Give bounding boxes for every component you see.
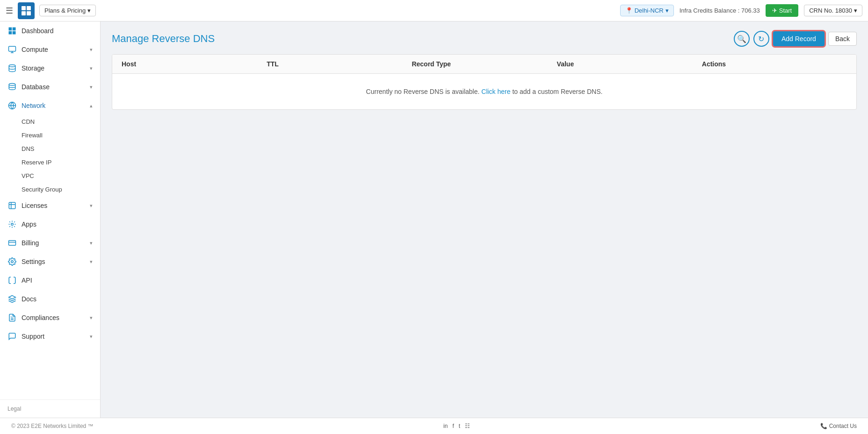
sidebar-item-licenses[interactable]: Licenses ▾ [0, 196, 100, 215]
sidebar-item-security-group[interactable]: Security Group [22, 183, 100, 196]
col-actions: Actions [702, 60, 847, 68]
search-button[interactable]: 🔍 [734, 31, 750, 47]
sidebar-item-compliances[interactable]: Compliances ▾ [0, 308, 100, 327]
add-record-button[interactable]: Add Record [773, 31, 825, 46]
licenses-label: Licenses [22, 202, 85, 209]
dashboard-label: Dashboard [22, 27, 93, 35]
database-chevron-icon: ▾ [90, 84, 93, 90]
svg-point-10 [9, 84, 15, 86]
apps-label: Apps [22, 221, 93, 228]
location-button[interactable]: 📍 Delhi-NCR ▾ [620, 5, 674, 16]
billing-chevron-icon: ▾ [90, 240, 93, 246]
sidebar-footer: Legal [0, 399, 100, 418]
content-area: Manage Reverse DNS 🔍 ↻ Add Record Back H… [101, 21, 868, 418]
main-container: Dashboard Compute ▾ Storage ▾ Database ▾ [0, 21, 868, 418]
sidebar-item-network[interactable]: Network ▴ [0, 96, 100, 115]
billing-icon [7, 238, 17, 248]
api-icon [7, 276, 17, 285]
refresh-button[interactable]: ↻ [753, 31, 769, 47]
storage-icon [7, 64, 17, 73]
sidebar-item-settings[interactable]: Settings ▾ [0, 252, 100, 271]
svg-rect-2 [22, 11, 26, 15]
sidebar-item-apps[interactable]: Apps [0, 215, 100, 234]
facebook-icon[interactable]: f [452, 423, 454, 429]
network-submenu: CDN Firewall DNS Reserve IP VPC Security… [0, 115, 100, 196]
empty-text: Currently no Reverse DNS is available. [366, 88, 480, 95]
hamburger-icon[interactable]: ☰ [6, 6, 13, 16]
sidebar-item-dns[interactable]: DNS [22, 142, 100, 156]
svg-rect-14 [9, 241, 16, 246]
sidebar-item-compute[interactable]: Compute ▾ [0, 40, 100, 59]
support-icon [7, 332, 17, 341]
svg-rect-0 [22, 6, 26, 10]
footer: © 2023 E2E Networks Limited ™ in f t ☷ 📞… [0, 418, 868, 434]
sidebar-item-api[interactable]: API [0, 271, 100, 290]
col-value: Value [557, 60, 702, 68]
dashboard-icon [7, 26, 17, 36]
billing-label: Billing [22, 239, 85, 247]
compute-icon [7, 45, 17, 54]
svg-rect-12 [9, 202, 15, 209]
compliances-icon [7, 313, 17, 322]
infra-credits-label: Infra Credits Balance : 706.33 [680, 7, 760, 14]
sidebar-item-docs[interactable]: Docs [0, 290, 100, 308]
col-record-type: Record Type [412, 60, 557, 68]
svg-point-13 [11, 223, 14, 226]
svg-rect-3 [27, 11, 31, 15]
sidebar-item-cdn[interactable]: CDN [22, 115, 100, 128]
compute-chevron-icon: ▾ [90, 47, 93, 53]
crn-button[interactable]: CRN No. 18030 ▾ [804, 5, 862, 16]
database-label: Database [22, 83, 85, 91]
col-ttl: TTL [267, 60, 412, 68]
sidebar-item-support[interactable]: Support ▾ [0, 327, 100, 346]
support-label: Support [22, 333, 85, 340]
footer-copyright: © 2023 E2E Networks Limited ™ [11, 423, 94, 429]
sidebar-item-database[interactable]: Database ▾ [0, 78, 100, 96]
search-icon: 🔍 [737, 35, 746, 43]
api-label: API [22, 277, 93, 284]
storage-chevron-icon: ▾ [90, 65, 93, 71]
sidebar-item-vpc[interactable]: VPC [22, 169, 100, 183]
sidebar-item-billing[interactable]: Billing ▾ [0, 234, 100, 252]
storage-label: Storage [22, 64, 85, 72]
sidebar-item-firewall[interactable]: Firewall [22, 128, 100, 142]
network-chevron-icon: ▴ [90, 103, 93, 109]
dns-table-card: Host TTL Record Type Value Actions Curre… [112, 54, 857, 110]
docs-icon [7, 294, 17, 304]
start-button[interactable]: ✈ Start [766, 4, 798, 17]
settings-label: Settings [22, 258, 85, 265]
footer-social-links: in f t ☷ [443, 423, 470, 429]
sidebar-item-reserve-ip[interactable]: Reserve IP [22, 156, 100, 169]
docs-label: Docs [22, 295, 93, 303]
table-empty-message: Currently no Reverse DNS is available. C… [112, 74, 856, 109]
svg-rect-1 [27, 6, 31, 10]
empty-suffix-text: to add a custom Reverse DNS. [512, 88, 602, 95]
svg-point-15 [11, 261, 14, 263]
svg-rect-7 [13, 31, 16, 35]
settings-icon [7, 257, 17, 266]
rss-icon[interactable]: ☷ [465, 423, 470, 429]
phone-icon: 📞 [820, 423, 827, 429]
page-actions: 🔍 ↻ Add Record Back [734, 31, 857, 47]
support-chevron-icon: ▾ [90, 334, 93, 340]
compliances-chevron-icon: ▾ [90, 315, 93, 321]
sidebar-item-dashboard[interactable]: Dashboard [0, 21, 100, 40]
page-title: Manage Reverse DNS [112, 33, 215, 45]
click-here-label: Click here [481, 88, 510, 95]
back-button[interactable]: Back [828, 32, 857, 46]
col-host: Host [122, 60, 267, 68]
svg-rect-8 [9, 46, 16, 51]
twitter-icon[interactable]: t [459, 423, 460, 429]
legal-link[interactable]: Legal [7, 406, 21, 412]
linkedin-icon[interactable]: in [443, 423, 448, 429]
refresh-icon: ↻ [758, 35, 764, 43]
plans-pricing-button[interactable]: Plans & Pricing ▾ [39, 5, 96, 16]
sidebar-item-storage[interactable]: Storage ▾ [0, 59, 100, 78]
svg-rect-4 [9, 28, 12, 31]
network-label: Network [22, 102, 85, 109]
svg-marker-16 [9, 296, 16, 299]
click-here-link[interactable]: Click here [481, 88, 510, 95]
contact-us-link[interactable]: 📞 Contact Us [820, 423, 857, 429]
compute-label: Compute [22, 46, 85, 53]
plans-pricing-chevron-icon: ▾ [87, 7, 91, 14]
